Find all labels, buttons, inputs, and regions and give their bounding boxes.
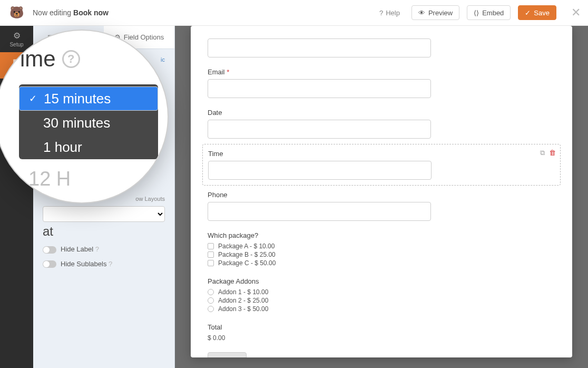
field-total: Total$ 0.00	[208, 323, 555, 342]
preview-button[interactable]: 👁Preview	[411, 5, 459, 20]
phone-label: Phone	[208, 191, 555, 199]
name-input[interactable]	[208, 38, 431, 57]
field-time-selected[interactable]: ⧉🗑 Time	[202, 144, 561, 186]
save-button[interactable]: ✓Save	[518, 5, 556, 20]
help-link[interactable]: ?Help	[379, 9, 400, 17]
checkbox-icon	[208, 251, 214, 258]
form-name: Book now	[73, 8, 109, 17]
dropdown-option[interactable]: 30 minutes	[19, 111, 158, 135]
help-icon[interactable]: ?	[95, 245, 99, 253]
field-package: Which package? Package A - $ 10.00 Packa…	[208, 231, 555, 267]
duplicate-icon[interactable]: ⧉	[540, 149, 545, 157]
help-icon[interactable]: ?	[62, 50, 80, 68]
trash-icon[interactable]: 🗑	[549, 149, 556, 157]
help-icon[interactable]: ?	[109, 260, 112, 268]
hide-label-toggle[interactable]	[43, 246, 56, 254]
code-icon: ⟨⟩	[474, 9, 479, 17]
total-value: $ 0.00	[208, 334, 555, 342]
hide-sublabels-row: Hide Sublabels ?	[43, 260, 165, 268]
radio-icon	[208, 289, 214, 295]
addon-option[interactable]: Addon 3 - $ 50.00	[208, 305, 555, 313]
date-input[interactable]	[208, 120, 431, 139]
check-icon: ✓	[525, 9, 531, 17]
checkbox-icon	[208, 243, 214, 249]
package-option[interactable]: Package B - $ 25.00	[208, 251, 555, 258]
panel-title: ime?	[20, 46, 154, 72]
addon-option[interactable]: Addon 1 - $ 10.00	[208, 288, 555, 296]
submit-button[interactable]: Submit	[208, 352, 247, 357]
field-tools: ⧉🗑	[540, 149, 556, 157]
addon-option[interactable]: Addon 2 - $ 25.00	[208, 297, 555, 304]
time-input[interactable]	[208, 161, 432, 180]
close-icon[interactable]: ✕	[571, 6, 581, 20]
radio-icon	[208, 297, 214, 304]
field-phone: Phone	[208, 191, 555, 221]
app-logo: 🐻	[7, 4, 25, 22]
package-option[interactable]: Package C - $ 50.00	[208, 259, 555, 267]
dropdown-option[interactable]: ✓15 minutes	[19, 86, 158, 111]
email-input[interactable]	[208, 79, 431, 98]
required-mark: *	[227, 68, 229, 76]
field-email: Email *	[208, 68, 555, 98]
addons-label: Package Addons	[208, 277, 555, 285]
hide-sublabels-toggle[interactable]	[43, 260, 56, 268]
dropdown-option[interactable]: 1 hour	[19, 135, 158, 159]
phone-input[interactable]	[208, 202, 431, 221]
help-icon: ?	[379, 9, 383, 17]
eye-icon: 👁	[418, 9, 425, 17]
magnifier-overlay: ime? ✓15 minutes 30 minutes 1 hour 12 H	[0, 30, 169, 204]
package-label: Which package?	[208, 231, 555, 239]
top-bar: 🐻 Now editing Book now ?Help 👁Preview ⟨⟩…	[0, 0, 588, 26]
interval-dropdown[interactable]: ✓15 minutes 30 minutes 1 hour	[19, 84, 158, 159]
editing-title: Now editing Book now	[33, 8, 372, 17]
time-label: Time	[208, 150, 555, 158]
format-select[interactable]	[43, 206, 165, 222]
gear-icon: ⚙	[13, 31, 21, 41]
radio-icon	[208, 306, 214, 312]
date-label: Date	[208, 109, 555, 117]
hide-label-row: Hide Label ?	[43, 245, 165, 254]
field-addons: Package Addons Addon 1 - $ 10.00 Addon 2…	[208, 277, 555, 313]
check-icon: ✓	[29, 93, 37, 104]
editing-prefix: Now editing	[33, 8, 71, 17]
total-label: Total	[208, 323, 555, 331]
field-date: Date	[208, 109, 555, 139]
embed-button[interactable]: ⟨⟩Embed	[467, 5, 511, 20]
form-card: Email * Date ⧉🗑 Time Phone Which package…	[191, 26, 572, 357]
email-label: Email	[208, 68, 225, 76]
checkbox-icon	[208, 260, 214, 266]
field-row	[208, 38, 555, 57]
format-partial: at	[43, 224, 165, 239]
package-option[interactable]: Package A - $ 10.00	[208, 243, 555, 250]
form-preview: Email * Date ⧉🗑 Time Phone Which package…	[175, 26, 588, 368]
